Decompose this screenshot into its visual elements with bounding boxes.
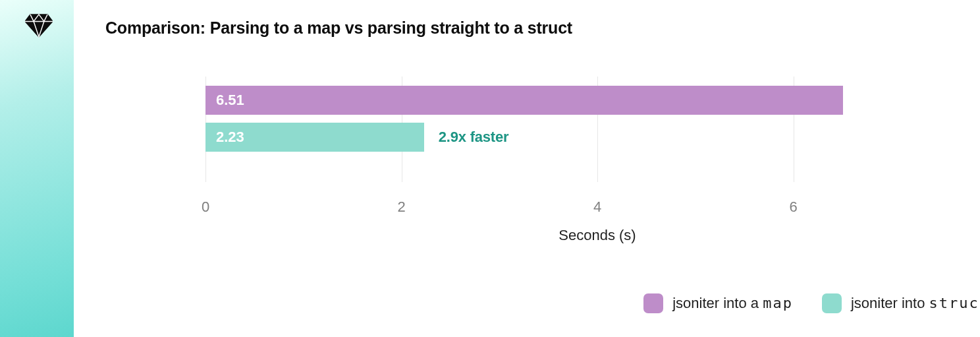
x-axis-label: Seconds (s) — [205, 227, 980, 244]
legend-label-map-code: map — [763, 295, 793, 311]
x-tick: 4 — [584, 199, 611, 216]
annotation-faster: 2.9x faster — [439, 123, 509, 152]
legend-label-struct-code: struct — [929, 295, 980, 311]
chart-title: Comparison: Parsing to a map vs parsing … — [105, 18, 948, 38]
x-tick: 2 — [389, 199, 415, 216]
legend-label-struct: jsoniter into struct — [851, 295, 980, 312]
x-tick: 8 — [976, 199, 980, 216]
chart-card: Comparison: Parsing to a map vs parsing … — [74, 0, 980, 337]
chart-plot: 6.51 2.23 2.9x faster 0 2 4 6 8 Seconds … — [205, 77, 980, 182]
diamond-icon — [25, 13, 53, 38]
bar-struct-value: 2.23 — [216, 129, 244, 146]
bar-map: 6.51 — [205, 86, 843, 115]
x-tick: 6 — [780, 199, 807, 216]
legend-label-map-prefix: jsoniter into a — [672, 295, 763, 311]
legend: jsoniter into a map jsoniter into struct — [205, 293, 980, 313]
bar-map-value: 6.51 — [216, 92, 244, 109]
legend-label-struct-prefix: jsoniter into — [851, 295, 929, 311]
side-strip — [0, 0, 74, 337]
legend-item-map: jsoniter into a map — [643, 293, 793, 313]
x-tick: 0 — [192, 199, 219, 216]
legend-label-map: jsoniter into a map — [672, 295, 793, 312]
swatch-map — [643, 293, 663, 313]
bar-struct: 2.23 — [205, 123, 424, 152]
swatch-struct — [822, 293, 842, 313]
legend-item-struct: jsoniter into struct — [822, 293, 980, 313]
